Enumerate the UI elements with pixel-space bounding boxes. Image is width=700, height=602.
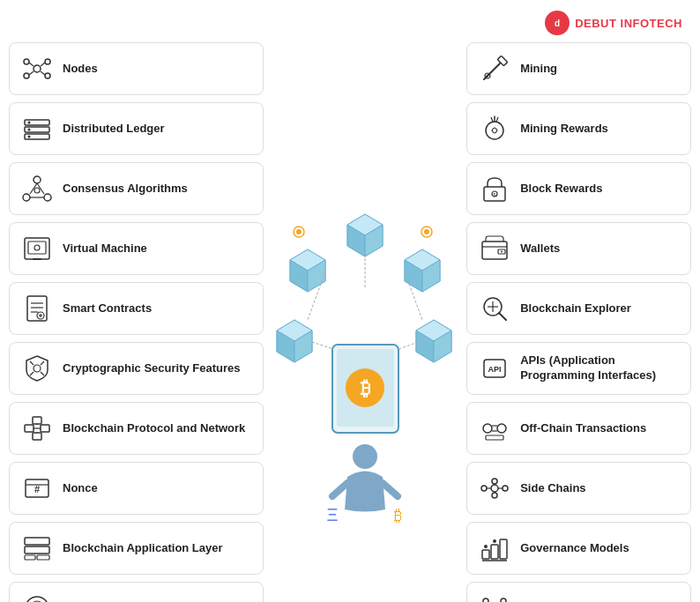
- svg-rect-109: [482, 242, 507, 259]
- svg-point-6: [45, 73, 50, 78]
- svg-point-35: [34, 365, 41, 372]
- svg-point-102: [486, 122, 503, 139]
- svg-rect-50: [25, 538, 49, 545]
- svg-text:API: API: [488, 365, 502, 374]
- item-card-apis[interactable]: API APIs (Application Programming Interf…: [466, 342, 691, 395]
- svg-line-38: [41, 372, 44, 375]
- mining-label: Mining: [520, 62, 557, 77]
- svg-text:Ξ: Ξ: [327, 505, 339, 524]
- svg-rect-134: [500, 539, 507, 559]
- svg-point-19: [44, 194, 51, 201]
- svg-rect-42: [33, 417, 41, 424]
- item-card-consensus-algorithms[interactable]: Consensus Algorithms: [9, 162, 264, 215]
- svg-point-90: [424, 229, 429, 234]
- svg-line-7: [29, 63, 34, 66]
- blockchain-explorer-icon: [478, 292, 511, 325]
- item-card-virtual-machine[interactable]: Virtual Machine: [9, 222, 264, 275]
- item-card-nonce[interactable]: # Nonce: [9, 462, 264, 515]
- svg-point-4: [45, 59, 50, 64]
- item-card-mining-rewards[interactable]: Mining Rewards: [466, 102, 691, 155]
- svg-point-5: [24, 73, 29, 78]
- logo: d DEBUT INFOTECH: [545, 11, 682, 35]
- tokenomics-icon: T: [20, 591, 54, 602]
- svg-line-39: [30, 372, 34, 375]
- item-card-block-rewards[interactable]: $ Block Rewards: [466, 162, 691, 215]
- left-column: Nodes Distributed Ledger Consensus Algor…: [9, 42, 264, 602]
- svg-rect-51: [25, 546, 49, 554]
- nonce-label: Nonce: [63, 481, 98, 496]
- logo-icon: d: [545, 11, 570, 35]
- blockchain-app-layer-label: Blockchain Application Layer: [63, 541, 223, 556]
- svg-point-136: [484, 545, 488, 548]
- logo-text: DEBUT INFOTECH: [575, 17, 682, 30]
- svg-text:₿: ₿: [394, 507, 402, 524]
- blockchain-explorer-label: Blockchain Explorer: [520, 301, 631, 316]
- svg-text:₿: ₿: [361, 377, 370, 399]
- svg-point-140: [501, 598, 506, 602]
- item-card-distributed-ledger[interactable]: Distributed Ledger: [9, 102, 264, 155]
- governance-models-icon: [478, 531, 511, 565]
- svg-rect-25: [28, 242, 46, 254]
- svg-line-37: [41, 361, 44, 365]
- virtual-machine-label: Virtual Machine: [63, 242, 147, 256]
- nonce-icon: #: [20, 472, 54, 505]
- item-card-tokenomics[interactable]: T Tokenomics: [9, 582, 264, 602]
- block-rewards-icon: $: [478, 172, 511, 205]
- item-card-cryptographic-security[interactable]: Cryptographic Security Features: [9, 342, 264, 395]
- svg-line-36: [30, 361, 34, 365]
- svg-point-118: [483, 424, 492, 433]
- svg-point-2: [34, 65, 41, 72]
- svg-rect-40: [25, 425, 34, 432]
- svg-point-111: [501, 251, 503, 253]
- item-card-blockchain-explorer[interactable]: Blockchain Explorer: [466, 282, 691, 335]
- item-card-off-chain[interactable]: Off-Chain Transactions: [466, 402, 691, 455]
- item-card-blockchain-protocol[interactable]: Blockchain Protocol and Network: [9, 402, 264, 455]
- item-card-forks[interactable]: Forks: [466, 582, 691, 602]
- apis-label: APIs (Application Programming Interfaces…: [520, 353, 680, 383]
- side-chains-icon: [478, 472, 511, 505]
- svg-point-17: [34, 176, 41, 183]
- svg-point-18: [23, 194, 30, 201]
- off-chain-label: Off-Chain Transactions: [520, 421, 646, 436]
- off-chain-icon: [478, 412, 511, 445]
- block-rewards-label: Block Rewards: [520, 182, 602, 197]
- cryptographic-security-label: Cryptographic Security Features: [63, 361, 241, 376]
- svg-line-105: [496, 117, 498, 122]
- svg-point-95: [353, 444, 377, 469]
- right-column: Mining Mining Rewards $ Block Rewards Wa…: [466, 42, 691, 602]
- distributed-ledger-icon: [20, 112, 54, 145]
- svg-text:#: #: [34, 484, 40, 494]
- wallets-icon: [478, 232, 511, 265]
- svg-rect-122: [486, 435, 503, 440]
- item-card-blockchain-app-layer[interactable]: Blockchain Application Layer: [9, 522, 264, 575]
- svg-point-123: [481, 486, 487, 491]
- item-card-side-chains[interactable]: Side Chains: [466, 462, 691, 515]
- svg-line-104: [491, 117, 493, 122]
- svg-point-88: [296, 229, 302, 234]
- svg-rect-53: [37, 555, 49, 560]
- side-chains-label: Side Chains: [520, 481, 585, 496]
- item-card-wallets[interactable]: Wallets: [466, 222, 691, 275]
- svg-point-15: [28, 129, 31, 131]
- smart-contracts-label: Smart Contracts: [63, 301, 152, 316]
- svg-point-23: [34, 188, 40, 193]
- svg-point-26: [34, 245, 40, 250]
- nodes-label: Nodes: [63, 62, 98, 77]
- item-card-governance-models[interactable]: Governance Models: [466, 522, 691, 575]
- svg-point-119: [497, 424, 506, 433]
- svg-rect-132: [482, 550, 489, 559]
- svg-text:d: d: [555, 19, 560, 28]
- blockchain-protocol-label: Blockchain Protocol and Network: [63, 421, 245, 436]
- item-card-smart-contracts[interactable]: Smart Contracts: [9, 282, 264, 335]
- virtual-machine-icon: [20, 232, 54, 265]
- svg-rect-52: [25, 555, 35, 560]
- svg-point-16: [28, 136, 31, 138]
- svg-line-9: [29, 71, 34, 75]
- header: d DEBUT INFOTECH: [0, 0, 700, 42]
- blockchain-app-layer-icon: [20, 531, 54, 565]
- forks-icon: [478, 591, 511, 602]
- item-card-mining[interactable]: Mining: [466, 42, 691, 95]
- item-card-nodes[interactable]: Nodes: [9, 42, 264, 95]
- cryptographic-security-icon: [20, 352, 54, 385]
- mining-rewards-label: Mining Rewards: [520, 122, 608, 137]
